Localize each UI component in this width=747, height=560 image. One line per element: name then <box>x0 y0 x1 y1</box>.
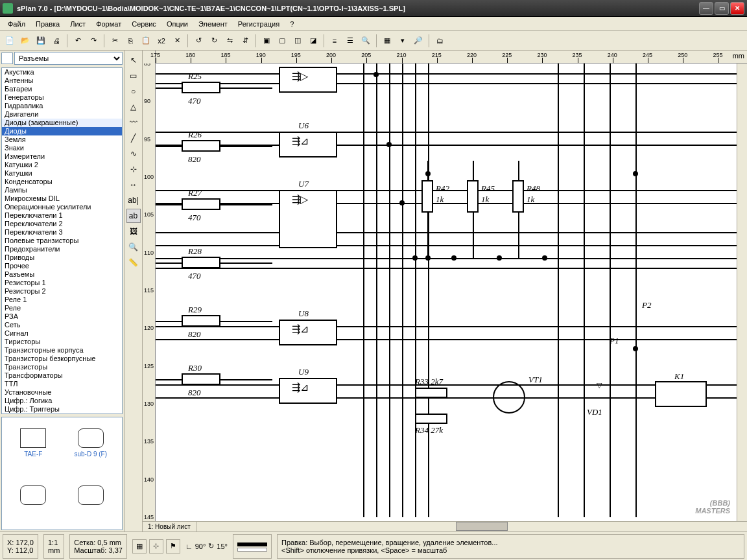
category-item[interactable]: Катушки <box>2 169 122 178</box>
tool-curve[interactable]: 〰 <box>126 115 141 130</box>
tool-image[interactable]: 🖼 <box>126 224 141 239</box>
menu-sheet[interactable]: Лист <box>65 19 91 29</box>
maximize-button[interactable]: ▭ <box>715 2 729 15</box>
scrollbar-horizontal[interactable] <box>196 522 747 531</box>
sheet-tab[interactable]: 1: Новый лист <box>143 522 196 531</box>
tb-paste[interactable]: 📋 <box>139 34 153 48</box>
tool-circle[interactable]: ○ <box>126 84 141 99</box>
tool-measure[interactable]: 📏 <box>126 255 141 270</box>
category-item[interactable]: Резисторы 2 <box>2 287 122 296</box>
component-conn1[interactable] <box>5 474 62 519</box>
menu-element[interactable]: Элемент <box>193 19 233 29</box>
category-item[interactable]: Генераторы <box>2 93 122 102</box>
tool-poly[interactable]: △ <box>126 100 141 114</box>
tb-redo[interactable]: ↷ <box>86 34 101 48</box>
scrollbar-vertical[interactable] <box>737 64 747 521</box>
category-item[interactable]: Трансформаторы <box>2 371 122 380</box>
tool-node[interactable]: ⊹ <box>126 162 141 176</box>
status-color[interactable] <box>233 534 272 559</box>
category-item[interactable]: Установочные <box>2 388 122 397</box>
category-item[interactable]: Конденсаторы <box>2 178 122 186</box>
category-item[interactable]: Переключатели 3 <box>2 228 122 237</box>
tb-rot-l[interactable]: ↺ <box>191 34 206 48</box>
category-item[interactable]: ТТЛ <box>2 380 122 388</box>
category-item[interactable]: Переключатели 2 <box>2 220 122 228</box>
tool-bezier[interactable]: ∿ <box>126 146 141 161</box>
menu-file[interactable]: Файл <box>3 19 30 29</box>
category-item[interactable]: Реле <box>2 304 122 312</box>
category-item[interactable]: Сигнал <box>2 329 122 338</box>
category-combo[interactable]: Разъемы <box>14 52 123 65</box>
tool-line[interactable]: ╱ <box>126 131 141 145</box>
category-item[interactable]: Земля <box>2 135 122 144</box>
category-item[interactable]: Транзисторы безкорпусные <box>2 355 122 363</box>
category-item[interactable]: Прочее <box>2 262 122 270</box>
tool-zoom[interactable]: 🔍 <box>126 240 141 254</box>
category-item[interactable]: Полевые транзисторы <box>2 237 122 245</box>
tool-text[interactable]: ab| <box>126 193 141 207</box>
flag-toggle[interactable]: ⚑ <box>166 539 180 554</box>
category-item[interactable]: Гидравлика <box>2 102 122 110</box>
tool-pointer[interactable]: ↖ <box>126 53 141 67</box>
menu-format[interactable]: Формат <box>91 19 126 29</box>
snap-toggle[interactable]: ⊹ <box>149 539 163 554</box>
category-item[interactable]: Разъемы <box>2 270 122 279</box>
canvas[interactable]: (BBB) MASTERS R25470R26820R27470R28470R2… <box>156 64 737 521</box>
tb-flip-v[interactable]: ⇵ <box>238 34 252 48</box>
category-item[interactable]: Лампы <box>2 186 122 194</box>
component-tae[interactable]: TAE-F <box>5 420 62 465</box>
menu-help[interactable]: ? <box>285 19 299 29</box>
tb-print[interactable]: 🖨 <box>49 34 64 48</box>
category-item[interactable]: Приводы <box>2 253 122 262</box>
tool-dim[interactable]: ↔ <box>126 178 141 192</box>
category-item[interactable]: Акустика <box>2 68 122 76</box>
menu-service[interactable]: Сервис <box>126 19 161 29</box>
category-list[interactable]: АкустикаАнтенныБатареиГенераторыГидравли… <box>1 67 123 414</box>
category-item[interactable]: Предохранители <box>2 245 122 253</box>
category-item[interactable]: Антенны <box>2 76 122 85</box>
category-item[interactable]: Операционные усилители <box>2 203 122 211</box>
minimize-button[interactable]: — <box>699 2 713 15</box>
category-item[interactable]: Резисторы 1 <box>2 279 122 287</box>
tb-group[interactable]: ◫ <box>290 34 305 48</box>
tb-grid-dd[interactable]: ▾ <box>396 34 410 48</box>
tool-rect[interactable]: ▭ <box>126 69 141 83</box>
tb-new[interactable]: 📄 <box>3 34 17 48</box>
category-item[interactable]: РЗА <box>2 312 122 321</box>
tb-flip-h[interactable]: ⇋ <box>222 34 237 48</box>
tb-rot-r[interactable]: ↻ <box>207 34 221 48</box>
category-item[interactable]: Батареи <box>2 85 122 93</box>
category-item[interactable]: Знаки <box>2 144 122 152</box>
category-item[interactable]: Микросхемы DIL <box>2 194 122 203</box>
tb-grid[interactable]: ▦ <box>380 34 394 48</box>
category-item[interactable]: Диоды <box>2 127 122 135</box>
tb-dup[interactable]: x2 <box>154 34 169 48</box>
tb-copy[interactable]: ⎘ <box>123 34 137 48</box>
lib-book-icon[interactable] <box>1 52 13 64</box>
category-item[interactable]: Двигатели <box>2 110 122 119</box>
tb-align[interactable]: ≡ <box>327 34 342 48</box>
tb-save[interactable]: 💾 <box>34 34 48 48</box>
close-button[interactable]: ✕ <box>730 2 744 15</box>
tb-front[interactable]: ▣ <box>259 34 274 48</box>
tb-ungroup[interactable]: ◪ <box>306 34 320 48</box>
category-item[interactable]: Реле 1 <box>2 296 122 304</box>
menu-edit[interactable]: Правка <box>30 19 65 29</box>
category-item[interactable]: Транзисторные корпуса <box>2 346 122 355</box>
component-conn2[interactable] <box>62 474 120 519</box>
category-item[interactable]: Переключатели 1 <box>2 211 122 220</box>
tb-undo[interactable]: ↶ <box>71 34 85 48</box>
tb-find[interactable]: 🔍 <box>359 34 373 48</box>
category-item[interactable]: Измерители <box>2 152 122 161</box>
tb-delete[interactable]: ✕ <box>170 34 184 48</box>
tool-label[interactable]: ab <box>126 209 141 223</box>
category-item[interactable]: Катушки 2 <box>2 161 122 169</box>
tb-back[interactable]: ▢ <box>275 34 289 48</box>
category-item[interactable]: Сеть <box>2 321 122 329</box>
tb-list[interactable]: ☰ <box>343 34 357 48</box>
tb-open[interactable]: 📂 <box>18 34 32 48</box>
component-subd[interactable]: sub-D 9 (F) <box>62 420 120 465</box>
tb-zoom[interactable]: 🔎 <box>411 34 425 48</box>
category-item[interactable]: Тиристоры <box>2 338 122 346</box>
tb-cut[interactable]: ✂ <box>108 34 122 48</box>
